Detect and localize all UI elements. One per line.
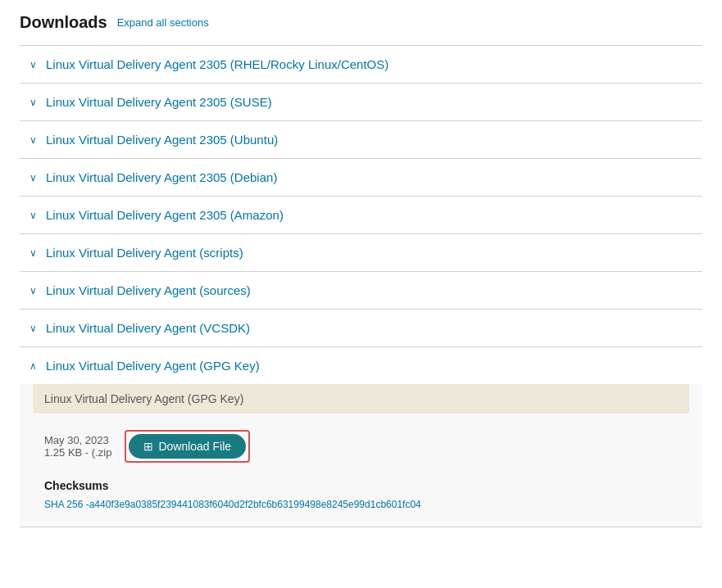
- chevron-icon-vcsdk: ∨: [26, 323, 39, 334]
- section-header-ubuntu[interactable]: ∨Linux Virtual Delivery Agent 2305 (Ubun…: [20, 121, 702, 158]
- section-label-sources: Linux Virtual Delivery Agent (sources): [46, 283, 251, 297]
- sha256-value: SHA 256 -a440f3e9a0385f239441083f6040d2f…: [44, 497, 678, 510]
- file-date: May 30, 2023: [44, 434, 111, 446]
- checksums-section: ChecksumsSHA 256 -a440f3e9a0385f23944108…: [33, 469, 689, 513]
- download-icon: ⊞: [143, 440, 153, 453]
- file-info: May 30, 20231.25 KB - (.zip⊞Download Fil…: [33, 423, 689, 469]
- chevron-icon-debian: ∨: [26, 172, 39, 183]
- file-size: 1.25 KB - (.zip: [44, 446, 111, 459]
- download-btn-label: Download File: [158, 440, 231, 453]
- section-item-gpgkey: ∧Linux Virtual Delivery Agent (GPG Key)L…: [20, 347, 702, 527]
- section-item-scripts: ∨Linux Virtual Delivery Agent (scripts): [20, 234, 702, 272]
- chevron-icon-sources: ∨: [26, 285, 39, 296]
- download-btn-wrapper: ⊞Download File: [125, 430, 250, 463]
- sha256-label: SHA 256 -a440f3e9a0385f239441083f6040d2f…: [44, 499, 421, 510]
- chevron-icon-gpgkey: ∧: [26, 360, 39, 372]
- section-header-debian[interactable]: ∨Linux Virtual Delivery Agent 2305 (Debi…: [20, 159, 702, 196]
- page-title: Downloads: [20, 13, 107, 32]
- section-label-scripts: Linux Virtual Delivery Agent (scripts): [46, 246, 243, 260]
- content-header: Linux Virtual Delivery Agent (GPG Key): [33, 384, 689, 414]
- section-header-rhel[interactable]: ∨Linux Virtual Delivery Agent 2305 (RHEL…: [20, 46, 702, 83]
- page-container: Downloads Expand all sections ∨Linux Vir…: [0, 0, 722, 541]
- section-item-rhel: ∨Linux Virtual Delivery Agent 2305 (RHEL…: [20, 46, 702, 84]
- chevron-icon-amazon: ∨: [26, 210, 39, 221]
- section-item-sources: ∨Linux Virtual Delivery Agent (sources): [20, 272, 702, 310]
- section-item-vcsdk: ∨Linux Virtual Delivery Agent (VCSDK): [20, 310, 702, 347]
- section-header-suse[interactable]: ∨Linux Virtual Delivery Agent 2305 (SUSE…: [20, 84, 702, 120]
- expand-all-link[interactable]: Expand all sections: [117, 16, 209, 29]
- section-header-sources[interactable]: ∨Linux Virtual Delivery Agent (sources): [20, 272, 702, 309]
- section-label-debian: Linux Virtual Delivery Agent 2305 (Debia…: [46, 170, 277, 184]
- download-file-button[interactable]: ⊞Download File: [129, 434, 246, 459]
- section-list: ∨Linux Virtual Delivery Agent 2305 (RHEL…: [20, 45, 702, 527]
- section-label-gpgkey: Linux Virtual Delivery Agent (GPG Key): [46, 359, 260, 373]
- checksums-title: Checksums: [44, 479, 678, 492]
- section-label-ubuntu: Linux Virtual Delivery Agent 2305 (Ubunt…: [46, 133, 278, 147]
- section-item-debian: ∨Linux Virtual Delivery Agent 2305 (Debi…: [20, 159, 702, 197]
- section-label-vcsdk: Linux Virtual Delivery Agent (VCSDK): [46, 321, 250, 335]
- section-label-rhel: Linux Virtual Delivery Agent 2305 (RHEL/…: [46, 57, 388, 71]
- file-meta: May 30, 20231.25 KB - (.zip: [44, 434, 111, 459]
- chevron-icon-suse: ∨: [26, 97, 39, 108]
- section-label-amazon: Linux Virtual Delivery Agent 2305 (Amazo…: [46, 208, 284, 222]
- section-item-amazon: ∨Linux Virtual Delivery Agent 2305 (Amaz…: [20, 197, 702, 234]
- section-item-ubuntu: ∨Linux Virtual Delivery Agent 2305 (Ubun…: [20, 121, 702, 159]
- page-header: Downloads Expand all sections: [20, 13, 702, 32]
- section-header-amazon[interactable]: ∨Linux Virtual Delivery Agent 2305 (Amaz…: [20, 197, 702, 233]
- section-item-suse: ∨Linux Virtual Delivery Agent 2305 (SUSE…: [20, 84, 702, 121]
- section-header-vcsdk[interactable]: ∨Linux Virtual Delivery Agent (VCSDK): [20, 310, 702, 346]
- section-header-scripts[interactable]: ∨Linux Virtual Delivery Agent (scripts): [20, 234, 702, 271]
- section-label-suse: Linux Virtual Delivery Agent 2305 (SUSE): [46, 95, 272, 109]
- chevron-icon-rhel: ∨: [26, 59, 39, 70]
- section-content-gpgkey: Linux Virtual Delivery Agent (GPG Key)Ma…: [20, 384, 702, 527]
- section-header-gpgkey[interactable]: ∧Linux Virtual Delivery Agent (GPG Key): [20, 347, 702, 384]
- chevron-icon-scripts: ∨: [26, 247, 39, 259]
- chevron-icon-ubuntu: ∨: [26, 134, 39, 146]
